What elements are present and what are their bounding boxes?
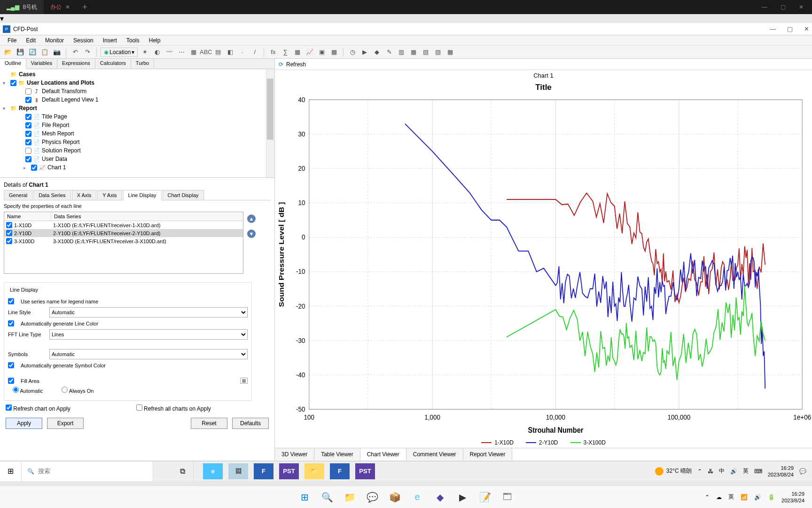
app-fluent-2-icon[interactable]: F: [330, 463, 350, 479]
tray-ime[interactable]: 中: [719, 467, 725, 475]
outer-browser-icon[interactable]: e: [408, 488, 426, 506]
otray-chevron-icon[interactable]: ⌃: [705, 494, 710, 500]
contour-icon[interactable]: ◐: [152, 47, 162, 57]
redo-icon[interactable]: ↷: [82, 47, 93, 57]
copy-icon[interactable]: 📋: [39, 47, 50, 57]
anim-icon[interactable]: ▶: [359, 47, 370, 57]
auto-symbol-color-check[interactable]: [8, 362, 14, 368]
series-row-2[interactable]: 3-X100D 3-X100D (E:/LYF/FLUENT/receiver-…: [4, 237, 243, 245]
host-tab-2[interactable]: 办公 ✕: [44, 0, 77, 14]
tab-comment-viewer[interactable]: Comment Viewer: [406, 448, 463, 460]
app-close-icon[interactable]: ✕: [804, 25, 809, 32]
search-input[interactable]: [38, 468, 147, 475]
chart-plot[interactable]: -50-40-30-20-100102030401001,00010,00010…: [275, 94, 812, 437]
tree-sr-check[interactable]: [25, 148, 31, 154]
defaults-button[interactable]: Defaults: [232, 418, 269, 429]
symbols-select[interactable]: Automatic: [49, 349, 248, 359]
tree-pr-check[interactable]: [25, 139, 31, 145]
tab-chart-display[interactable]: Chart Display: [163, 190, 204, 200]
task-view-icon[interactable]: ⧉: [172, 461, 194, 481]
tool4-icon[interactable]: ▨: [433, 47, 443, 57]
outer-wechat-icon[interactable]: 💬: [363, 488, 381, 506]
fill-auto-radio[interactable]: [13, 387, 19, 393]
reset-button[interactable]: Reset: [191, 418, 227, 429]
tool5-icon[interactable]: ▩: [445, 47, 455, 57]
tab-table-viewer[interactable]: Table Viewer: [314, 448, 360, 460]
app-pst-2-icon[interactable]: PST: [355, 463, 375, 479]
open-icon[interactable]: 📂: [3, 47, 13, 57]
table-icon[interactable]: ▦: [292, 47, 303, 57]
outer-clock[interactable]: 16:29 2023/8/24: [781, 491, 804, 504]
keyframe-icon[interactable]: ◆: [372, 47, 382, 57]
move-down-button[interactable]: ▼: [247, 230, 256, 238]
tree-tp[interactable]: Title Page: [42, 113, 67, 120]
camera-icon[interactable]: 📷: [52, 47, 62, 57]
tree-fr[interactable]: File Report: [42, 122, 70, 128]
line-style-select[interactable]: Automatic: [49, 307, 248, 318]
menu-monitor[interactable]: Monitor: [40, 36, 69, 45]
outline-tab[interactable]: Outline: [0, 59, 26, 69]
window-maximize-icon[interactable]: ▢: [781, 4, 786, 10]
calculators-tab[interactable]: Calculators: [95, 59, 131, 69]
calc-icon[interactable]: ∑: [280, 47, 290, 57]
region-icon[interactable]: ▣: [317, 47, 327, 57]
expressions-tab[interactable]: Expressions: [57, 59, 95, 69]
otray-wifi-icon[interactable]: 📶: [741, 494, 748, 500]
outer-notepad-icon[interactable]: 📝: [476, 488, 494, 506]
move-up-button[interactable]: ▲: [247, 214, 256, 223]
tool1-icon[interactable]: ▥: [396, 47, 406, 57]
app-maximize-icon[interactable]: ▢: [787, 25, 793, 32]
refresh-label[interactable]: Refresh: [286, 61, 306, 68]
app-edge-icon[interactable]: e: [203, 463, 223, 479]
refresh-on-apply-check[interactable]: [6, 405, 12, 411]
app-photos-icon[interactable]: 🖼: [228, 463, 248, 479]
plane-icon[interactable]: ◧: [225, 47, 235, 57]
tree-mr-check[interactable]: [25, 131, 31, 137]
tree-c1-check[interactable]: [31, 165, 37, 171]
text-icon[interactable]: ABC: [201, 47, 211, 57]
tray-notifications-icon[interactable]: 💬: [799, 468, 806, 475]
menu-tools[interactable]: Tools: [122, 36, 144, 45]
tree-mr[interactable]: Mesh Report: [42, 130, 74, 137]
tree-pr[interactable]: Physics Report: [42, 139, 80, 145]
tray-chevron-icon[interactable]: ⌃: [697, 468, 702, 475]
fft-line-type-select[interactable]: Lines: [49, 329, 248, 340]
tray-volume-icon[interactable]: 🔊: [730, 468, 737, 475]
window-close-icon[interactable]: ✕: [799, 4, 804, 10]
tree-ud-check[interactable]: [25, 156, 31, 162]
tree-dt[interactable]: Default Transform: [42, 88, 86, 95]
outer-todesk-icon[interactable]: 📦: [386, 488, 404, 506]
outer-app2-icon[interactable]: ▶: [453, 488, 471, 506]
tree-tp-check[interactable]: [25, 114, 31, 120]
close-icon[interactable]: ✕: [65, 4, 70, 10]
undo-icon[interactable]: ↶: [70, 47, 80, 57]
series-check-1[interactable]: [6, 230, 12, 236]
outer-search-icon[interactable]: 🔍: [318, 488, 336, 506]
series-row-0[interactable]: 1-X10D 1-X10D (E:/LYF/FLUENT/receiver-1-…: [4, 221, 243, 229]
otray-onedrive-icon[interactable]: ☁: [716, 494, 722, 500]
host-tab-1[interactable]: ▂▄▆ 8号机: [0, 0, 44, 14]
tab-chart-viewer[interactable]: Chart Viewer: [360, 448, 406, 460]
outline-scrollbar[interactable]: [266, 69, 274, 177]
expand-icon[interactable]: ⊞: [240, 378, 248, 384]
tool3-icon[interactable]: ▧: [421, 47, 431, 57]
menu-session[interactable]: Session: [69, 36, 98, 45]
app-explorer-icon[interactable]: 📁: [304, 463, 324, 479]
mesh-icon[interactable]: ▩: [329, 47, 339, 57]
tree-cases[interactable]: Cases: [19, 71, 35, 78]
use-series-name-check[interactable]: [8, 298, 14, 304]
volume-icon[interactable]: ▦: [188, 47, 199, 57]
legend-icon[interactable]: ▤: [213, 47, 223, 57]
tree-ulp[interactable]: User Locations and Plots: [27, 79, 94, 86]
tab-data-series[interactable]: Data Series: [33, 190, 70, 200]
tree-sr[interactable]: Solution Report: [42, 147, 81, 154]
menu-file[interactable]: File: [3, 36, 21, 45]
tab-line-display[interactable]: Line Display: [123, 190, 162, 200]
vector-icon[interactable]: ✶: [140, 47, 150, 57]
tree-fr-check[interactable]: [25, 122, 31, 128]
series-check-0[interactable]: [6, 222, 12, 228]
tray-kb[interactable]: 英: [743, 467, 749, 475]
variables-tab[interactable]: Variables: [26, 59, 57, 69]
otray-volume-icon[interactable]: 🔊: [754, 494, 761, 500]
window-minimize-icon[interactable]: —: [762, 4, 767, 10]
